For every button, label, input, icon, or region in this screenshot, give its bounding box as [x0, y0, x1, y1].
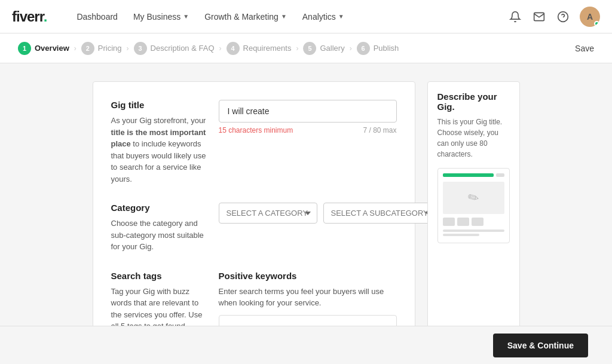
step-requirements[interactable]: 4 Requirements	[227, 42, 292, 55]
preview-bar-short	[496, 173, 504, 177]
subcategory-select[interactable]: SELECT A SUBCATEGORY	[323, 203, 437, 224]
step-num-4: 4	[227, 42, 240, 55]
step-arrow: ›	[219, 44, 222, 53]
nav-my-business[interactable]: My Business ▼	[127, 8, 195, 25]
online-indicator	[594, 21, 599, 26]
char-info: 15 characters minimum 7 / 80 max	[219, 126, 397, 134]
preview-btn-3	[472, 218, 484, 226]
step-publish[interactable]: 6 Publish	[357, 42, 399, 55]
preview-buttons	[443, 218, 504, 226]
sidebar-description: This is your Gig title. Choose wisely, y…	[437, 117, 510, 160]
bottom-bar: Save & Continue	[0, 326, 612, 364]
sidebar-heading: Describe your Gig.	[437, 91, 510, 112]
char-min-label: 15 characters minimum	[219, 126, 293, 134]
category-selects: SELECT A CATEGORY SELECT A SUBCATEGORY	[219, 203, 437, 224]
gig-title-input[interactable]	[219, 100, 397, 123]
step-arrow: ›	[74, 44, 76, 53]
form-card: Gig title As your Gig storefront, your t…	[93, 81, 415, 364]
avatar[interactable]: A	[580, 7, 600, 27]
header: fiverr. Dashboard My Business ▼ Growth &…	[0, 0, 612, 33]
preview-btn-2	[457, 218, 469, 226]
step-arrow: ›	[296, 44, 298, 53]
preview-btn-1	[443, 218, 455, 226]
step-num-2: 2	[81, 42, 94, 55]
sidebar-card: Describe your Gig. This is your Gig titl…	[427, 81, 520, 364]
chevron-down-icon: ▼	[281, 13, 287, 20]
step-arrow: ›	[350, 44, 352, 53]
preview-progress-bar	[443, 173, 494, 177]
step-num-5: 5	[303, 42, 316, 55]
breadcrumb-bar: 1 Overview › 2 Pricing › 3 Description &…	[0, 33, 612, 63]
preview-image-area: ✎	[443, 182, 504, 214]
step-arrow: ›	[127, 44, 129, 53]
gig-title-section: Gig title As your Gig storefront, your t…	[111, 100, 397, 185]
nav-dashboard[interactable]: Dashboard	[71, 8, 124, 25]
chevron-down-icon: ▼	[183, 13, 189, 20]
gig-title-header: Gig title As your Gig storefront, your t…	[111, 100, 397, 185]
pencil-icon: ✎	[465, 188, 482, 207]
step-num-6: 6	[357, 42, 370, 55]
save-button[interactable]: Save	[575, 44, 594, 53]
help-icon[interactable]	[556, 10, 570, 24]
preview-line-1	[443, 230, 504, 232]
preview-lines	[443, 230, 504, 236]
main-nav: Dashboard My Business ▼ Growth & Marketi…	[71, 8, 490, 25]
gig-title-content: 15 characters minimum 7 / 80 max	[219, 100, 397, 185]
category-content: SELECT A CATEGORY SELECT A SUBCATEGORY	[219, 203, 437, 253]
category-select[interactable]: SELECT A CATEGORY	[219, 203, 317, 224]
char-count: 7 / 80 max	[363, 126, 396, 134]
header-icons: A	[508, 7, 600, 27]
fiverr-logo[interactable]: fiverr.	[12, 8, 47, 25]
notifications-icon[interactable]	[508, 10, 522, 24]
step-pricing[interactable]: 2 Pricing	[81, 42, 122, 55]
gig-preview: ✎	[437, 168, 510, 243]
step-gallery[interactable]: 5 Gallery	[303, 42, 344, 55]
step-overview[interactable]: 1 Overview	[18, 42, 69, 55]
nav-analytics[interactable]: Analytics ▼	[296, 8, 350, 25]
preview-bar-row	[443, 173, 504, 177]
category-header: Category Choose the category and sub-cat…	[111, 203, 397, 253]
step-description[interactable]: 3 Description & FAQ	[134, 42, 215, 55]
step-num-1: 1	[18, 42, 31, 55]
main-content: Gig title As your Gig storefront, your t…	[0, 63, 612, 364]
breadcrumb-steps: 1 Overview › 2 Pricing › 3 Description &…	[18, 42, 399, 55]
category-label: Category Choose the category and sub-cat…	[111, 203, 207, 253]
chevron-down-icon: ▼	[338, 13, 344, 20]
gig-title-label: Gig title As your Gig storefront, your t…	[111, 100, 207, 185]
preview-line-2	[443, 234, 480, 236]
nav-growth-marketing[interactable]: Growth & Marketing ▼	[198, 8, 293, 25]
step-num-3: 3	[134, 42, 147, 55]
messages-icon[interactable]	[532, 10, 546, 24]
category-section: Category Choose the category and sub-cat…	[111, 203, 397, 253]
save-continue-button[interactable]: Save & Continue	[493, 334, 588, 357]
